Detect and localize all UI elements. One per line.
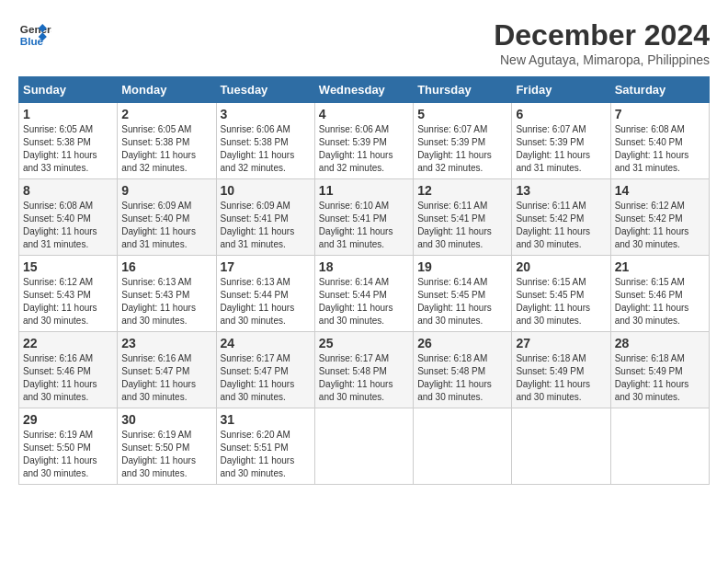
calendar-week-1: 1Sunrise: 6:05 AM Sunset: 5:38 PM Daylig… [19,103,710,179]
calendar-cell: 20Sunrise: 6:15 AM Sunset: 5:45 PM Dayli… [512,256,610,332]
day-number: 28 [615,336,705,350]
calendar-cell [314,408,413,485]
calendar-cell: 21Sunrise: 6:15 AM Sunset: 5:46 PM Dayli… [610,256,709,332]
day-info: Sunrise: 6:13 AM Sunset: 5:44 PM Dayligh… [221,276,311,327]
calendar-cell: 5Sunrise: 6:07 AM Sunset: 5:39 PM Daylig… [414,103,512,179]
calendar-cell: 16Sunrise: 6:13 AM Sunset: 5:43 PM Dayli… [118,256,216,332]
day-info: Sunrise: 6:17 AM Sunset: 5:48 PM Dayligh… [319,352,409,404]
logo: General Blue [18,18,51,52]
calendar-cell: 26Sunrise: 6:18 AM Sunset: 5:48 PM Dayli… [414,332,512,408]
day-info: Sunrise: 6:06 AM Sunset: 5:39 PM Dayligh… [319,123,409,175]
day-info: Sunrise: 6:06 AM Sunset: 5:38 PM Dayligh… [221,123,311,175]
calendar-cell: 7Sunrise: 6:08 AM Sunset: 5:40 PM Daylig… [610,103,709,179]
day-info: Sunrise: 6:15 AM Sunset: 5:45 PM Dayligh… [516,276,606,327]
day-info: Sunrise: 6:07 AM Sunset: 5:39 PM Dayligh… [516,123,606,175]
day-info: Sunrise: 6:09 AM Sunset: 5:40 PM Dayligh… [121,200,211,251]
col-thursday: Thursday [414,77,512,103]
day-number: 27 [516,336,606,350]
day-number: 29 [23,412,113,427]
day-info: Sunrise: 6:13 AM Sunset: 5:43 PM Dayligh… [121,276,211,327]
day-number: 24 [221,336,311,350]
col-friday: Friday [512,77,610,103]
calendar-week-2: 8Sunrise: 6:08 AM Sunset: 5:40 PM Daylig… [19,179,710,256]
calendar-cell: 4Sunrise: 6:06 AM Sunset: 5:39 PM Daylig… [314,103,413,179]
calendar-cell [414,408,512,485]
day-info: Sunrise: 6:16 AM Sunset: 5:47 PM Dayligh… [121,352,211,404]
calendar-week-4: 22Sunrise: 6:16 AM Sunset: 5:46 PM Dayli… [19,332,710,408]
header: General Blue December 2024 New Agutaya, … [18,18,710,67]
day-info: Sunrise: 6:10 AM Sunset: 5:41 PM Dayligh… [319,200,409,251]
calendar-cell: 27Sunrise: 6:18 AM Sunset: 5:49 PM Dayli… [512,332,610,408]
calendar-cell: 8Sunrise: 6:08 AM Sunset: 5:40 PM Daylig… [19,179,118,256]
day-info: Sunrise: 6:19 AM Sunset: 5:50 PM Dayligh… [121,429,211,480]
calendar-cell: 9Sunrise: 6:09 AM Sunset: 5:40 PM Daylig… [118,179,216,256]
day-number: 30 [121,412,211,427]
calendar-cell: 25Sunrise: 6:17 AM Sunset: 5:48 PM Dayli… [314,332,413,408]
day-info: Sunrise: 6:14 AM Sunset: 5:45 PM Dayligh… [417,276,507,327]
day-number: 11 [319,183,409,198]
day-number: 20 [516,259,606,274]
calendar-cell: 31Sunrise: 6:20 AM Sunset: 5:51 PM Dayli… [216,408,314,485]
calendar-week-3: 15Sunrise: 6:12 AM Sunset: 5:43 PM Dayli… [19,256,710,332]
col-wednesday: Wednesday [314,77,413,103]
calendar-cell [512,408,610,485]
calendar-cell: 1Sunrise: 6:05 AM Sunset: 5:38 PM Daylig… [19,103,118,179]
calendar-cell: 15Sunrise: 6:12 AM Sunset: 5:43 PM Dayli… [19,256,118,332]
day-info: Sunrise: 6:09 AM Sunset: 5:41 PM Dayligh… [221,200,311,251]
day-number: 2 [121,107,211,121]
calendar-cell: 30Sunrise: 6:19 AM Sunset: 5:50 PM Dayli… [118,408,216,485]
calendar-cell: 10Sunrise: 6:09 AM Sunset: 5:41 PM Dayli… [216,179,314,256]
day-number: 31 [221,412,311,427]
calendar-cell: 13Sunrise: 6:11 AM Sunset: 5:42 PM Dayli… [512,179,610,256]
day-info: Sunrise: 6:14 AM Sunset: 5:44 PM Dayligh… [319,276,409,327]
day-number: 5 [417,107,507,121]
calendar-cell: 6Sunrise: 6:07 AM Sunset: 5:39 PM Daylig… [512,103,610,179]
day-info: Sunrise: 6:11 AM Sunset: 5:41 PM Dayligh… [417,200,507,251]
calendar-cell: 14Sunrise: 6:12 AM Sunset: 5:42 PM Dayli… [610,179,709,256]
day-info: Sunrise: 6:12 AM Sunset: 5:43 PM Dayligh… [23,276,113,327]
day-number: 10 [221,183,311,198]
day-info: Sunrise: 6:20 AM Sunset: 5:51 PM Dayligh… [221,429,311,480]
calendar-cell: 3Sunrise: 6:06 AM Sunset: 5:38 PM Daylig… [216,103,314,179]
calendar-cell: 29Sunrise: 6:19 AM Sunset: 5:50 PM Dayli… [19,408,118,485]
calendar-cell: 23Sunrise: 6:16 AM Sunset: 5:47 PM Dayli… [118,332,216,408]
day-number: 1 [23,107,113,121]
day-number: 26 [417,336,507,350]
day-number: 4 [319,107,409,121]
day-info: Sunrise: 6:18 AM Sunset: 5:48 PM Dayligh… [417,352,507,404]
calendar-table: Sunday Monday Tuesday Wednesday Thursday… [18,76,710,485]
day-number: 14 [615,183,705,198]
day-number: 6 [516,107,606,121]
calendar-cell: 11Sunrise: 6:10 AM Sunset: 5:41 PM Dayli… [314,179,413,256]
calendar-cell [610,408,709,485]
day-number: 9 [121,183,211,198]
day-info: Sunrise: 6:12 AM Sunset: 5:42 PM Dayligh… [615,200,705,251]
col-saturday: Saturday [610,77,709,103]
day-number: 3 [221,107,311,121]
calendar-cell: 24Sunrise: 6:17 AM Sunset: 5:47 PM Dayli… [216,332,314,408]
day-number: 12 [417,183,507,198]
calendar-cell: 18Sunrise: 6:14 AM Sunset: 5:44 PM Dayli… [314,256,413,332]
day-number: 15 [23,259,113,274]
day-number: 22 [23,336,113,350]
header-row: Sunday Monday Tuesday Wednesday Thursday… [19,77,710,103]
calendar-cell: 2Sunrise: 6:05 AM Sunset: 5:38 PM Daylig… [118,103,216,179]
calendar-cell: 17Sunrise: 6:13 AM Sunset: 5:44 PM Dayli… [216,256,314,332]
day-number: 23 [121,336,211,350]
location-title: New Agutaya, Mimaropa, Philippines [494,52,710,67]
day-number: 25 [319,336,409,350]
day-info: Sunrise: 6:19 AM Sunset: 5:50 PM Dayligh… [23,429,113,480]
month-title: December 2024 [494,18,710,52]
col-monday: Monday [118,77,216,103]
day-number: 17 [221,259,311,274]
day-number: 8 [23,183,113,198]
calendar-week-5: 29Sunrise: 6:19 AM Sunset: 5:50 PM Dayli… [19,408,710,485]
calendar-cell: 22Sunrise: 6:16 AM Sunset: 5:46 PM Dayli… [19,332,118,408]
title-area: December 2024 New Agutaya, Mimaropa, Phi… [494,18,710,67]
day-info: Sunrise: 6:05 AM Sunset: 5:38 PM Dayligh… [121,123,211,175]
svg-text:General: General [20,23,51,35]
day-number: 13 [516,183,606,198]
day-info: Sunrise: 6:18 AM Sunset: 5:49 PM Dayligh… [615,352,705,404]
day-info: Sunrise: 6:11 AM Sunset: 5:42 PM Dayligh… [516,200,606,251]
calendar-cell: 12Sunrise: 6:11 AM Sunset: 5:41 PM Dayli… [414,179,512,256]
